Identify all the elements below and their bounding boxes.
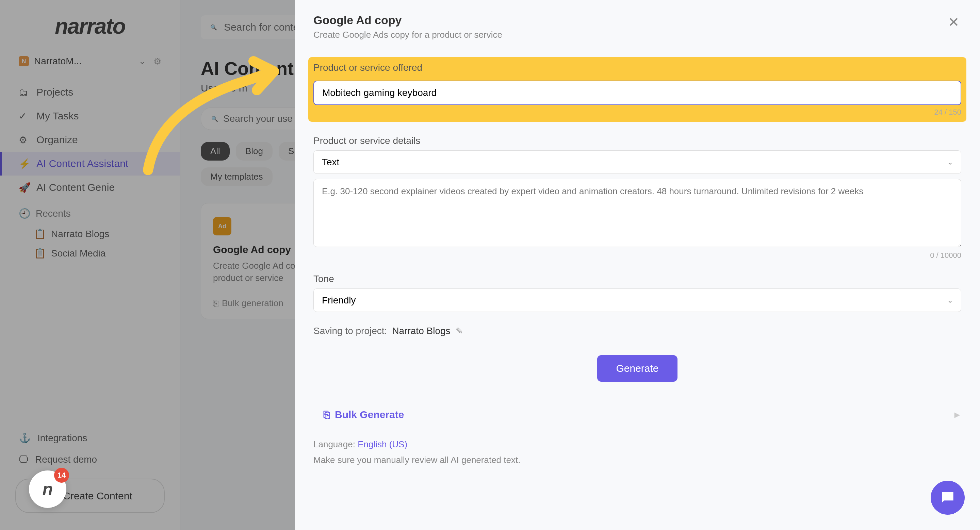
copy-icon: ⎘ (324, 409, 330, 421)
bulk-generate-row[interactable]: ⎘ Bulk Generate ▶ (313, 409, 961, 421)
disclaimer: Make sure you manually review all AI gen… (313, 455, 961, 465)
modal-subtitle: Create Google Ads copy for a product or … (313, 30, 502, 40)
save-project-row: Saving to project: Narrato Blogs ✎ (313, 325, 961, 336)
edit-icon[interactable]: ✎ (456, 326, 463, 336)
close-icon: ✕ (948, 14, 959, 30)
triangle-right-icon: ▶ (955, 411, 959, 419)
chat-button[interactable] (931, 481, 965, 515)
save-label: Saving to project: (313, 325, 387, 336)
notification-count: 14 (54, 468, 69, 483)
product-field-highlighted: Product or service offered 24 / 150 (308, 57, 966, 122)
details-textarea[interactable] (313, 179, 961, 247)
modal-header: Google Ad copy Create Google Ads copy fo… (313, 14, 961, 40)
details-char-count: 0 / 10000 (313, 251, 961, 260)
tone-field: Tone Friendly ⌄ (313, 273, 961, 312)
product-input[interactable] (313, 81, 961, 105)
badge-letter: n (43, 479, 53, 499)
language-row: Language: English (US) (313, 439, 961, 450)
details-field: Product or service details Text ⌄ 0 / 10… (313, 135, 961, 260)
app-badge[interactable]: n 14 (29, 470, 66, 508)
modal-title: Google Ad copy (313, 14, 502, 27)
modal: Google Ad copy Create Google Ads copy fo… (295, 0, 980, 530)
language-label: Language: (313, 439, 355, 449)
language-link[interactable]: English (US) (358, 439, 407, 449)
chat-icon (939, 489, 956, 506)
details-label: Product or service details (313, 135, 961, 146)
tone-label: Tone (313, 273, 961, 284)
details-type-select[interactable]: Text (313, 150, 961, 174)
close-button[interactable]: ✕ (946, 14, 961, 31)
product-char-count: 24 / 150 (313, 108, 961, 117)
bulk-label: Bulk Generate (335, 409, 404, 421)
project-name: Narrato Blogs (392, 325, 450, 336)
tone-select[interactable]: Friendly (313, 289, 961, 312)
generate-button[interactable]: Generate (597, 355, 677, 382)
product-label: Product or service offered (313, 62, 961, 76)
